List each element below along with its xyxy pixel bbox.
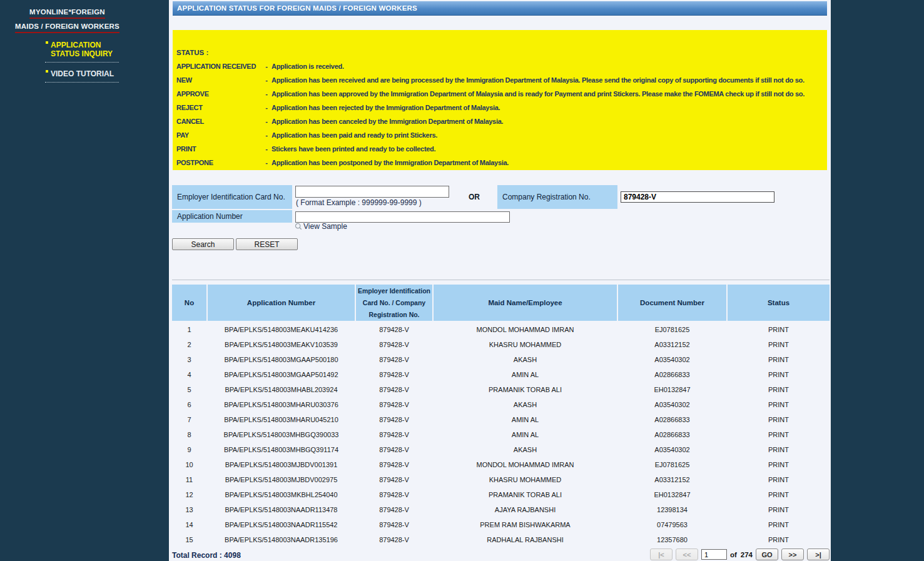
status-description: Application has been rejected by the Imm… [272,101,827,114]
cell-status: PRINT [728,431,830,438]
cell-document-number: A03312152 [618,341,726,348]
reset-button[interactable]: RESET [236,238,298,250]
go-button[interactable]: GO [756,548,778,560]
cell-employer-id: 879428-V [356,401,432,408]
cell-no: 15 [172,536,206,543]
cell-status: PRINT [728,326,830,333]
cell-maid-name: PRAMANIK TORAB ALI [434,491,617,498]
status-description: Stickers have been printed and ready to … [272,142,827,156]
cell-maid-name: AKASH [434,401,617,408]
cell-document-number: EH0132847 [618,386,726,393]
cell-employer-id: 879428-V [356,341,432,348]
cell-status: PRINT [728,416,830,423]
sidebar: MYONLINE*FOREIGN MAIDS / FOREIGN WORKERS… [0,0,169,561]
last-page-button[interactable]: >| [807,548,830,560]
sidebar-item-video-tutorial[interactable]: VIDEO TUTORIAL [51,69,129,78]
status-legend: STATUS : APPLICATION RECEIVED - Applicat… [173,30,827,170]
app-title-line1: MYONLINE*FOREIGN [29,8,105,19]
cell-status: PRINT [728,446,830,453]
table-row: 5 BPA/EPLKS/5148003MHABL203924 879428-V … [172,382,830,397]
cell-status: PRINT [728,371,830,378]
application-number-input[interactable] [295,211,510,223]
cell-application-number: BPA/EPLKS/5148003MJBDV002975 [208,476,355,483]
cell-status: PRINT [728,476,830,483]
cell-application-number: BPA/EPLKS/5148003NAADR113478 [208,506,355,513]
status-code: PRINT [176,142,261,156]
status-dash: - [261,142,272,156]
cell-employer-id: 879428-V [356,356,432,363]
table-row: 3 BPA/EPLKS/5148003MGAAP500180 879428-V … [172,352,830,367]
cell-employer-id: 879428-V [356,416,432,423]
next-page-button[interactable]: >> [781,548,804,560]
cell-no: 11 [172,476,206,483]
total-record-label: Total Record : 4098 [172,551,241,560]
status-description: Application has been approved by the Imm… [272,87,827,101]
view-sample-link[interactable]: View Sample [294,222,347,231]
table-row: 12 BPA/EPLKS/5148003MKBHL254040 879428-V… [172,487,830,502]
status-description: Application is received. [272,59,827,73]
cell-status: PRINT [728,386,830,393]
cell-application-number: BPA/EPLKS/5148003MKBHL254040 [208,491,355,498]
page-title: APPLICATION STATUS FOR FOREIGN MAIDS / F… [173,1,827,15]
cell-application-number: BPA/EPLKS/5148003MGAAP500180 [208,356,355,363]
cell-document-number: A03540302 [618,356,726,363]
cell-employer-id: 879428-V [356,521,432,528]
cell-no: 6 [172,401,206,408]
search-button[interactable]: Search [172,238,234,250]
status-code: POSTPONE [176,156,261,169]
status-code: CANCEL [176,114,261,128]
cell-maid-name: PREM RAM BISHWAKARMA [434,521,617,528]
app-title-line2: MAIDS / FOREIGN WORKERS [15,22,119,33]
col-header-application-number: Application Number [208,285,355,321]
status-dash: - [261,87,272,101]
cell-document-number: A02866833 [618,431,726,438]
table-row: 15 BPA/EPLKS/5148003NAADR135196 879428-V… [172,532,830,547]
company-registration-input[interactable] [621,191,774,203]
status-description: Application has been canceled by the Imm… [272,114,827,128]
page-number-input[interactable] [701,549,727,560]
page-of-label: of274 [730,551,753,558]
sidebar-item-application-status-inquiry[interactable]: APPLICATION STATUS INQUIRY [51,41,129,58]
table-body: 1 BPA/EPLKS/5148003MEAKU414236 879428-V … [172,322,830,547]
cell-application-number: BPA/EPLKS/5148003MHARU030376 [208,401,355,408]
pagination: |< << of274 GO >> >| [650,548,830,560]
cell-status: PRINT [728,356,830,363]
table-row: 11 BPA/EPLKS/5148003MJBDV002975 879428-V… [172,472,830,487]
cell-maid-name: AKASH [434,446,617,453]
employer-id-input[interactable] [295,186,449,198]
cell-maid-name: MONDOL MOHAMMAD IMRAN [434,461,617,468]
prev-page-button[interactable]: << [676,548,698,560]
table-row: 10 BPA/EPLKS/5148003MJBDV001391 879428-V… [172,457,830,472]
status-legend-row: APPLICATION RECEIVED - Application is re… [176,59,827,73]
cell-document-number: A02866833 [618,371,726,378]
cell-employer-id: 879428-V [356,506,432,513]
status-legend-row: POSTPONE - Application has been postpone… [176,156,827,169]
cell-status: PRINT [728,536,830,543]
cell-document-number: A03540302 [618,401,726,408]
status-legend-row: PAY - Application has been paid and read… [176,128,827,142]
bullet-icon [46,41,48,44]
cell-maid-name: AJAYA RAJBANSHI [434,506,617,513]
cell-no: 13 [172,506,206,513]
cell-maid-name: KHASRU MOHAMMED [434,341,617,348]
status-dash: - [261,101,272,114]
first-page-button[interactable]: |< [650,548,673,560]
status-dash: - [261,156,272,169]
col-header-status: Status [728,285,830,321]
col-header-maid-name: Maid Name/Employee [434,285,617,321]
cell-employer-id: 879428-V [356,371,432,378]
app-title: MYONLINE*FOREIGN MAIDS / FOREIGN WORKERS [3,6,131,34]
cell-no: 7 [172,416,206,423]
view-sample-label: View Sample [303,222,347,231]
or-label: OR [469,193,480,201]
table-row: 6 BPA/EPLKS/5148003MHARU030376 879428-V … [172,397,830,412]
status-legend-row: REJECT - Application has been rejected b… [176,101,827,114]
cell-application-number: BPA/EPLKS/5148003MHBGQ390033 [208,431,355,438]
cell-status: PRINT [728,401,830,408]
page-title-bar: APPLICATION STATUS FOR FOREIGN MAIDS / F… [173,1,827,16]
cell-employer-id: 879428-V [356,536,432,543]
cell-document-number: EJ0781625 [618,326,726,333]
status-code: APPLICATION RECEIVED [176,59,261,73]
status-legend-row: CANCEL - Application has been canceled b… [176,114,827,128]
cell-no: 5 [172,386,206,393]
